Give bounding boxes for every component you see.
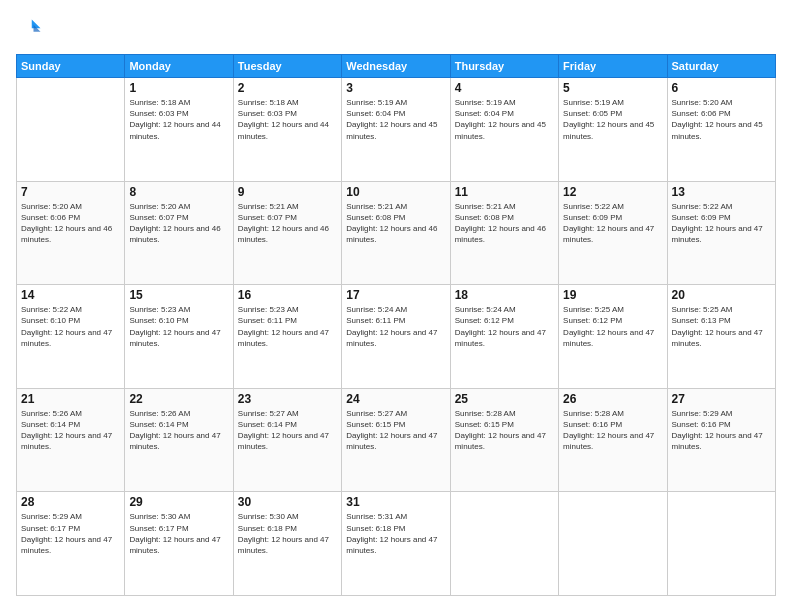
calendar-cell: 5Sunrise: 5:19 AMSunset: 6:05 PMDaylight… — [559, 78, 667, 182]
calendar-header-row: SundayMondayTuesdayWednesdayThursdayFrid… — [17, 55, 776, 78]
day-number: 20 — [672, 288, 771, 302]
day-info: Sunrise: 5:31 AMSunset: 6:18 PMDaylight:… — [346, 511, 445, 556]
day-info: Sunrise: 5:24 AMSunset: 6:11 PMDaylight:… — [346, 304, 445, 349]
day-info: Sunrise: 5:29 AMSunset: 6:16 PMDaylight:… — [672, 408, 771, 453]
day-info: Sunrise: 5:30 AMSunset: 6:17 PMDaylight:… — [129, 511, 228, 556]
day-info: Sunrise: 5:24 AMSunset: 6:12 PMDaylight:… — [455, 304, 554, 349]
calendar-cell — [17, 78, 125, 182]
calendar-cell: 21Sunrise: 5:26 AMSunset: 6:14 PMDayligh… — [17, 388, 125, 492]
day-number: 21 — [21, 392, 120, 406]
day-number: 4 — [455, 81, 554, 95]
day-number: 3 — [346, 81, 445, 95]
day-info: Sunrise: 5:20 AMSunset: 6:06 PMDaylight:… — [672, 97, 771, 142]
calendar-cell: 31Sunrise: 5:31 AMSunset: 6:18 PMDayligh… — [342, 492, 450, 596]
day-number: 14 — [21, 288, 120, 302]
calendar-day-header: Friday — [559, 55, 667, 78]
calendar-cell: 2Sunrise: 5:18 AMSunset: 6:03 PMDaylight… — [233, 78, 341, 182]
calendar-cell — [559, 492, 667, 596]
day-info: Sunrise: 5:19 AMSunset: 6:04 PMDaylight:… — [346, 97, 445, 142]
calendar-week-row: 21Sunrise: 5:26 AMSunset: 6:14 PMDayligh… — [17, 388, 776, 492]
svg-marker-0 — [32, 20, 41, 29]
calendar-cell: 7Sunrise: 5:20 AMSunset: 6:06 PMDaylight… — [17, 181, 125, 285]
day-number: 27 — [672, 392, 771, 406]
day-number: 17 — [346, 288, 445, 302]
day-info: Sunrise: 5:20 AMSunset: 6:06 PMDaylight:… — [21, 201, 120, 246]
day-info: Sunrise: 5:27 AMSunset: 6:15 PMDaylight:… — [346, 408, 445, 453]
day-info: Sunrise: 5:28 AMSunset: 6:16 PMDaylight:… — [563, 408, 662, 453]
logo-icon — [16, 16, 44, 44]
calendar-day-header: Monday — [125, 55, 233, 78]
day-info: Sunrise: 5:27 AMSunset: 6:14 PMDaylight:… — [238, 408, 337, 453]
day-number: 31 — [346, 495, 445, 509]
calendar-cell — [450, 492, 558, 596]
day-info: Sunrise: 5:25 AMSunset: 6:13 PMDaylight:… — [672, 304, 771, 349]
day-info: Sunrise: 5:26 AMSunset: 6:14 PMDaylight:… — [129, 408, 228, 453]
day-number: 24 — [346, 392, 445, 406]
day-info: Sunrise: 5:21 AMSunset: 6:07 PMDaylight:… — [238, 201, 337, 246]
calendar-cell — [667, 492, 775, 596]
logo — [16, 16, 48, 44]
day-number: 30 — [238, 495, 337, 509]
calendar-day-header: Thursday — [450, 55, 558, 78]
day-number: 7 — [21, 185, 120, 199]
calendar-cell: 18Sunrise: 5:24 AMSunset: 6:12 PMDayligh… — [450, 285, 558, 389]
calendar-cell: 22Sunrise: 5:26 AMSunset: 6:14 PMDayligh… — [125, 388, 233, 492]
calendar-cell: 13Sunrise: 5:22 AMSunset: 6:09 PMDayligh… — [667, 181, 775, 285]
day-number: 12 — [563, 185, 662, 199]
calendar-week-row: 28Sunrise: 5:29 AMSunset: 6:17 PMDayligh… — [17, 492, 776, 596]
calendar-cell: 3Sunrise: 5:19 AMSunset: 6:04 PMDaylight… — [342, 78, 450, 182]
day-info: Sunrise: 5:19 AMSunset: 6:04 PMDaylight:… — [455, 97, 554, 142]
calendar-day-header: Sunday — [17, 55, 125, 78]
day-info: Sunrise: 5:30 AMSunset: 6:18 PMDaylight:… — [238, 511, 337, 556]
day-info: Sunrise: 5:19 AMSunset: 6:05 PMDaylight:… — [563, 97, 662, 142]
day-number: 26 — [563, 392, 662, 406]
calendar-cell: 14Sunrise: 5:22 AMSunset: 6:10 PMDayligh… — [17, 285, 125, 389]
day-number: 19 — [563, 288, 662, 302]
day-info: Sunrise: 5:23 AMSunset: 6:11 PMDaylight:… — [238, 304, 337, 349]
calendar-cell: 23Sunrise: 5:27 AMSunset: 6:14 PMDayligh… — [233, 388, 341, 492]
day-info: Sunrise: 5:21 AMSunset: 6:08 PMDaylight:… — [455, 201, 554, 246]
day-info: Sunrise: 5:20 AMSunset: 6:07 PMDaylight:… — [129, 201, 228, 246]
day-info: Sunrise: 5:26 AMSunset: 6:14 PMDaylight:… — [21, 408, 120, 453]
day-number: 15 — [129, 288, 228, 302]
calendar-cell: 11Sunrise: 5:21 AMSunset: 6:08 PMDayligh… — [450, 181, 558, 285]
calendar-cell: 29Sunrise: 5:30 AMSunset: 6:17 PMDayligh… — [125, 492, 233, 596]
calendar-cell: 17Sunrise: 5:24 AMSunset: 6:11 PMDayligh… — [342, 285, 450, 389]
calendar-cell: 20Sunrise: 5:25 AMSunset: 6:13 PMDayligh… — [667, 285, 775, 389]
day-number: 6 — [672, 81, 771, 95]
day-info: Sunrise: 5:22 AMSunset: 6:09 PMDaylight:… — [563, 201, 662, 246]
day-info: Sunrise: 5:22 AMSunset: 6:10 PMDaylight:… — [21, 304, 120, 349]
day-number: 16 — [238, 288, 337, 302]
calendar-week-row: 7Sunrise: 5:20 AMSunset: 6:06 PMDaylight… — [17, 181, 776, 285]
calendar-cell: 19Sunrise: 5:25 AMSunset: 6:12 PMDayligh… — [559, 285, 667, 389]
day-number: 8 — [129, 185, 228, 199]
day-number: 2 — [238, 81, 337, 95]
calendar-week-row: 14Sunrise: 5:22 AMSunset: 6:10 PMDayligh… — [17, 285, 776, 389]
day-info: Sunrise: 5:18 AMSunset: 6:03 PMDaylight:… — [238, 97, 337, 142]
calendar-cell: 9Sunrise: 5:21 AMSunset: 6:07 PMDaylight… — [233, 181, 341, 285]
calendar-cell: 28Sunrise: 5:29 AMSunset: 6:17 PMDayligh… — [17, 492, 125, 596]
calendar-cell: 1Sunrise: 5:18 AMSunset: 6:03 PMDaylight… — [125, 78, 233, 182]
calendar-cell: 6Sunrise: 5:20 AMSunset: 6:06 PMDaylight… — [667, 78, 775, 182]
calendar-cell: 8Sunrise: 5:20 AMSunset: 6:07 PMDaylight… — [125, 181, 233, 285]
calendar-day-header: Wednesday — [342, 55, 450, 78]
calendar-table: SundayMondayTuesdayWednesdayThursdayFrid… — [16, 54, 776, 596]
day-number: 29 — [129, 495, 228, 509]
calendar-cell: 4Sunrise: 5:19 AMSunset: 6:04 PMDaylight… — [450, 78, 558, 182]
calendar-cell: 16Sunrise: 5:23 AMSunset: 6:11 PMDayligh… — [233, 285, 341, 389]
calendar-cell: 27Sunrise: 5:29 AMSunset: 6:16 PMDayligh… — [667, 388, 775, 492]
calendar-cell: 15Sunrise: 5:23 AMSunset: 6:10 PMDayligh… — [125, 285, 233, 389]
calendar-cell: 24Sunrise: 5:27 AMSunset: 6:15 PMDayligh… — [342, 388, 450, 492]
day-number: 23 — [238, 392, 337, 406]
day-info: Sunrise: 5:22 AMSunset: 6:09 PMDaylight:… — [672, 201, 771, 246]
day-number: 9 — [238, 185, 337, 199]
day-number: 25 — [455, 392, 554, 406]
calendar-week-row: 1Sunrise: 5:18 AMSunset: 6:03 PMDaylight… — [17, 78, 776, 182]
day-number: 18 — [455, 288, 554, 302]
day-info: Sunrise: 5:23 AMSunset: 6:10 PMDaylight:… — [129, 304, 228, 349]
day-number: 5 — [563, 81, 662, 95]
day-info: Sunrise: 5:29 AMSunset: 6:17 PMDaylight:… — [21, 511, 120, 556]
day-number: 11 — [455, 185, 554, 199]
calendar-cell: 30Sunrise: 5:30 AMSunset: 6:18 PMDayligh… — [233, 492, 341, 596]
day-number: 22 — [129, 392, 228, 406]
